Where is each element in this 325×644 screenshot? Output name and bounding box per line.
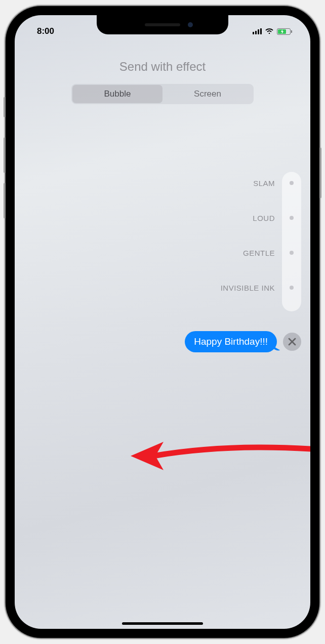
notch [97, 15, 228, 34]
effect-dot-loud[interactable] [290, 216, 294, 220]
front-camera-icon [188, 22, 193, 27]
status-icons [253, 27, 295, 36]
status-time: 8:00 [30, 26, 54, 36]
power-button [319, 148, 321, 198]
message-bubble: Happy Birthday!!! [185, 331, 277, 352]
effect-dot-slam[interactable] [290, 181, 294, 185]
effects-picker: SLAM LOUD GENTLE INVISIBLE INK [221, 172, 301, 311]
speaker-icon [145, 23, 180, 26]
volume-up-button [4, 137, 6, 173]
arrow-annotation-icon [123, 435, 310, 475]
message-preview-row: Happy Birthday!!! [185, 331, 301, 352]
effect-dot-invisible-ink[interactable] [290, 286, 294, 290]
effect-option-slam[interactable]: SLAM [253, 179, 275, 188]
effect-option-gentle[interactable]: GENTLE [243, 249, 275, 257]
cellular-signal-icon [253, 28, 262, 34]
effect-type-segment: Bubble Screen [71, 84, 254, 104]
mute-switch [4, 97, 6, 117]
phone-frame: 8:00 [6, 6, 319, 638]
close-icon [288, 338, 296, 346]
tab-bubble[interactable]: Bubble [72, 85, 162, 103]
effect-track[interactable] [282, 172, 301, 311]
effect-option-loud[interactable]: LOUD [253, 214, 275, 222]
effect-option-invisible-ink[interactable]: INVISIBLE INK [221, 284, 275, 292]
home-indicator[interactable] [122, 622, 203, 625]
effect-labels: SLAM LOUD GENTLE INVISIBLE INK [221, 172, 275, 292]
page-title: Send with effect [15, 60, 310, 74]
wifi-icon [265, 27, 274, 36]
screen: 8:00 [15, 15, 310, 629]
battery-charging-icon [277, 28, 292, 35]
tab-screen[interactable]: Screen [162, 85, 253, 103]
effect-dot-gentle[interactable] [290, 251, 294, 255]
cancel-button[interactable] [283, 333, 301, 351]
volume-down-button [4, 183, 6, 218]
content-area: Send with effect Bubble Screen SLAM LOUD… [15, 15, 310, 629]
